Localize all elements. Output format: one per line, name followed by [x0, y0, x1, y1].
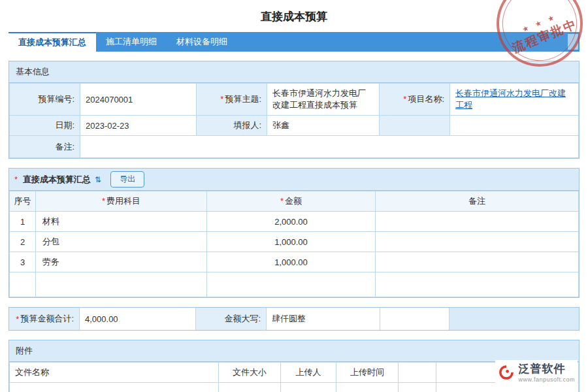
date-value: 2023-02-23 — [80, 116, 197, 136]
budget-subject-label: *预算主题: — [197, 84, 267, 116]
cell-subject: 材料 — [36, 212, 207, 232]
remark-value — [80, 136, 579, 158]
total-amount-label: *预算金额合计: — [9, 308, 80, 330]
page-title: 直接成本预算 — [0, 0, 588, 32]
total-bar-empty-cell — [380, 308, 449, 330]
fanpu-logo-icon — [498, 364, 515, 381]
required-marker: * — [403, 94, 406, 104]
project-name-value: 长春市伊通河水力发电厂改建工程 — [450, 84, 579, 116]
budget-no-label: 预算编号: — [10, 84, 80, 116]
required-marker: * — [102, 196, 105, 206]
total-amount-value: 4,000.00 — [80, 308, 196, 330]
fanpu-logo: 泛普软件 www.fanpusoft.com — [495, 360, 578, 384]
table-row[interactable]: 3 劳务 1,000.00 — [10, 252, 579, 272]
amount-in-words-value: 肆仟圆整 — [267, 308, 380, 330]
project-name-label: *项目名称: — [380, 84, 450, 116]
empty-attachment-row — [10, 383, 579, 392]
attachments-section-title: 附件 — [9, 340, 579, 362]
cell-no: 2 — [10, 232, 36, 252]
basic-info-section-title: 基本信息 — [9, 61, 579, 83]
tab-overflow-button[interactable] — [568, 34, 578, 50]
summary-panel: * 直接成本预算汇总 ⇅ 导出 序号 *费用科目 *金额 备注 1 材料 2,0… — [8, 168, 580, 298]
tab-construction-list-detail[interactable]: 施工清单明细 — [96, 32, 167, 52]
summary-section-title: 直接成本预算汇总 — [23, 174, 91, 186]
cell-remark — [376, 212, 579, 232]
cell-amount: 1,000.00 — [207, 252, 376, 272]
tab-material-equipment-detail[interactable]: 材料设备明细 — [167, 32, 237, 52]
required-marker: * — [14, 174, 18, 184]
tab-direct-cost-budget-summary[interactable]: 直接成本预算汇总 — [8, 32, 96, 52]
summary-table: 序号 *费用科目 *金额 备注 1 材料 2,000.00 2 分包 1,000… — [9, 191, 579, 297]
col-header-remark: 备注 — [376, 191, 579, 212]
cell-remark — [376, 252, 579, 272]
brand-name: 泛普软件 — [518, 361, 575, 376]
col-header-empty — [399, 363, 436, 383]
table-row[interactable]: 2 分包 1,000.00 — [10, 232, 579, 252]
remark-label: 备注: — [10, 136, 80, 158]
col-header-file-name: 文件名称 — [10, 363, 219, 383]
col-header-upload-time: 上传时间 — [336, 363, 399, 383]
attachments-table: 文件名称 文件大小 上传人 上传时间 — [9, 362, 579, 392]
empty-table-row — [10, 272, 579, 297]
reporter-value: 张鑫 — [267, 116, 380, 136]
summary-toolbar: * 直接成本预算汇总 ⇅ 导出 — [9, 169, 579, 191]
basic-info-panel: 基本信息 预算编号: 2024070001 *预算主题: 长春市伊通河水力发电厂… — [8, 61, 580, 159]
col-header-amount: *金额 — [207, 191, 376, 212]
cell-amount: 2,000.00 — [207, 212, 376, 232]
required-marker: * — [280, 196, 284, 206]
table-row[interactable]: 1 材料 2,000.00 — [10, 212, 579, 232]
budget-no-value: 2024070001 — [80, 84, 197, 116]
project-link[interactable]: 长春市伊通河水力发电厂改建工程 — [455, 88, 566, 110]
total-bar-filler — [449, 308, 579, 330]
empty-label-cell — [380, 116, 450, 136]
empty-value-cell — [450, 116, 579, 136]
sort-icon[interactable]: ⇅ — [95, 175, 101, 184]
col-header-uploader: 上传人 — [281, 363, 336, 383]
required-marker: * — [220, 94, 223, 104]
col-header-no: 序号 — [10, 191, 36, 212]
cell-amount: 1,000.00 — [207, 232, 376, 252]
tab-bar: 直接成本预算汇总 施工清单明细 材料设备明细 — [8, 32, 580, 52]
attachments-panel: 附件 文件名称 文件大小 上传人 上传时间 — [8, 340, 580, 392]
reporter-label: 填报人: — [197, 116, 267, 136]
budget-subject-value: 长春市伊通河水力发电厂改建工程直接成本预算 — [267, 84, 380, 116]
cell-subject: 劳务 — [36, 252, 207, 272]
basic-info-table: 预算编号: 2024070001 *预算主题: 长春市伊通河水力发电厂改建工程直… — [9, 83, 579, 158]
export-button[interactable]: 导出 — [110, 171, 144, 188]
cell-no: 1 — [10, 212, 36, 232]
cell-subject: 分包 — [36, 232, 207, 252]
col-header-file-size: 文件大小 — [219, 363, 281, 383]
budget-total-bar: *预算金额合计: 4,000.00 金额大写: 肆仟圆整 — [8, 307, 580, 331]
cell-no: 3 — [10, 252, 36, 272]
brand-url[interactable]: www.fanpusoft.com — [518, 376, 575, 383]
amount-in-words-label: 金额大写: — [196, 308, 267, 330]
required-marker: * — [16, 314, 19, 324]
date-label: 日期: — [10, 116, 80, 136]
col-header-subject: *费用科目 — [36, 191, 207, 212]
cell-remark — [376, 232, 579, 252]
